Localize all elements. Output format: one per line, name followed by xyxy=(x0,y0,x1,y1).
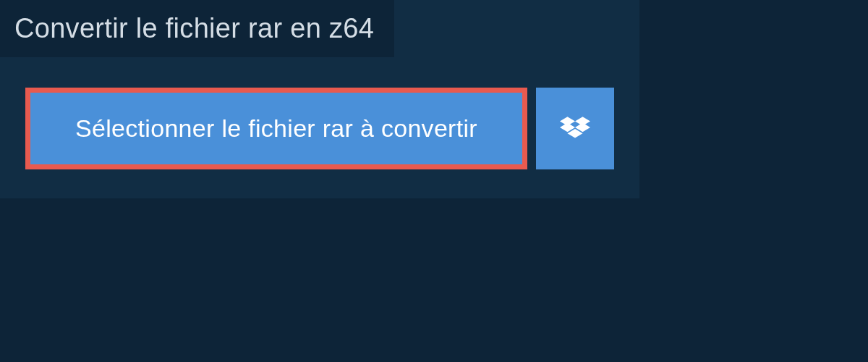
upload-section: Sélectionner le fichier rar à convertir xyxy=(0,57,639,198)
dropbox-icon xyxy=(560,114,590,144)
button-row: Sélectionner le fichier rar à convertir xyxy=(25,88,614,169)
dropbox-button[interactable] xyxy=(536,88,614,169)
select-file-button[interactable]: Sélectionner le fichier rar à convertir xyxy=(25,88,527,169)
title-bar: Convertir le fichier rar en z64 xyxy=(0,0,394,57)
select-file-label: Sélectionner le fichier rar à convertir xyxy=(75,114,477,142)
page-title: Convertir le fichier rar en z64 xyxy=(14,13,374,44)
converter-panel: Convertir le fichier rar en z64 Sélectio… xyxy=(0,0,639,198)
